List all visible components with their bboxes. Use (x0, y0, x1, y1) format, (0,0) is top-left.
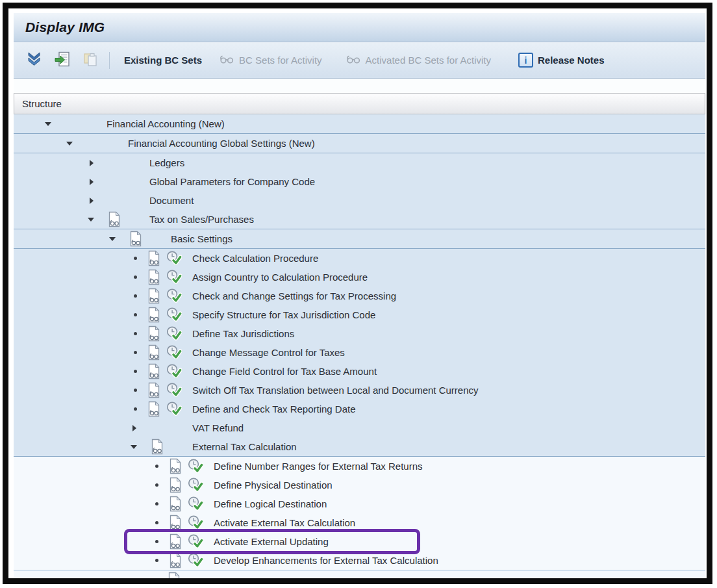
tree-item-label: External Tax Calculation (192, 441, 297, 452)
execute-activity-icon (166, 344, 182, 361)
activated-bc-sets-for-activity-button[interactable]: Activated BC Sets for Activity (342, 52, 495, 69)
release-notes-button[interactable]: i Release Notes (514, 50, 609, 70)
img-documentation-icon (147, 269, 160, 285)
execute-activity-icon (187, 496, 203, 512)
tree-row[interactable]: Define Physical Destination (14, 476, 705, 494)
img-documentation-icon (151, 439, 164, 455)
expand-subtree-button[interactable] (23, 49, 45, 71)
content-area: Structure Financial Accounting (New)Fina… (14, 79, 705, 578)
tree-row[interactable]: VAT Refund (14, 418, 705, 437)
img-tree: Financial Accounting (New)Financial Acco… (14, 114, 705, 578)
tree-row[interactable]: Assign Country to Calculation Procedure (14, 268, 705, 287)
collapse-arrow-icon[interactable] (108, 237, 123, 241)
bullet-icon (151, 465, 166, 468)
img-documentation-icon (169, 533, 182, 550)
collapse-arrow-icon[interactable] (86, 218, 102, 222)
img-documentation-icon (169, 515, 182, 531)
tree-row[interactable]: Basic Settings (14, 229, 705, 249)
execute-activity-icon (187, 458, 203, 474)
tree-item-label: Check and Change Settings for Tax Proces… (192, 290, 396, 301)
img-documentation-icon (147, 401, 160, 417)
img-documentation-icon (169, 458, 182, 474)
row-icons (123, 231, 171, 247)
tree-item-label: Activate External Tax Calculation (214, 517, 355, 528)
tree-item-label: Ledgers (149, 157, 184, 168)
expand-arrow-icon[interactable] (86, 198, 102, 204)
tree-item-label: Define and Check Tax Reporting Date (192, 403, 356, 415)
execute-activity-icon (166, 326, 182, 342)
copy-button[interactable] (79, 49, 101, 71)
glasses-icon (219, 55, 234, 66)
tree-row[interactable]: Ledgers (14, 153, 705, 172)
expand-arrow-icon[interactable] (86, 179, 102, 185)
tree-row[interactable]: Document (14, 191, 705, 210)
bullet-icon (129, 257, 145, 260)
tree-item-label: Check Calculation Procedure (192, 253, 318, 264)
tree-row[interactable]: Financial Accounting (New) (14, 114, 705, 134)
tree-row[interactable]: Define and Check Tax Reporting Date (14, 400, 705, 418)
structure-header: Structure (14, 93, 705, 114)
bullet-icon (151, 483, 166, 487)
img-documentation-icon (147, 382, 160, 398)
expand-arrow-icon[interactable] (86, 160, 102, 166)
execute-activity-icon (166, 307, 182, 323)
execute-activity-icon (187, 515, 203, 531)
tree-row[interactable]: Specify Structure for Tax Jurisdiction C… (14, 305, 705, 324)
row-icons (166, 552, 214, 569)
img-documentation-icon (147, 250, 160, 266)
tree-row[interactable]: Define Logical Destination (14, 494, 705, 513)
row-icons (166, 533, 214, 550)
bc-sets-for-activity-button[interactable]: BC Sets for Activity (215, 52, 326, 69)
tree-row[interactable]: Check Calculation Procedure (14, 249, 705, 268)
img-documentation-icon (169, 496, 182, 512)
tree-item-label: Develop Enhancements for External Tax Ca… (214, 555, 438, 566)
img-documentation-icon (168, 572, 181, 578)
tree-item-label: Define Tax Jurisdictions (192, 328, 294, 339)
tree-row[interactable]: Check and Change Settings for Tax Proces… (14, 287, 705, 305)
bullet-icon (129, 407, 145, 411)
tree-row[interactable]: Activate External Updating (14, 532, 705, 551)
execute-activity-icon (166, 269, 182, 285)
tree-item-label: Change Field Control for Tax Base Amount (192, 366, 377, 377)
collapse-arrow-icon[interactable] (129, 445, 145, 449)
tree-row[interactable]: Define Tax Jurisdictions (14, 324, 705, 343)
page-title: Display IMG (25, 19, 105, 35)
tree-row[interactable]: Change Message Control for Taxes (14, 343, 705, 362)
row-icons (145, 288, 192, 304)
execute-activity-icon (166, 363, 182, 379)
bullet-icon (129, 389, 145, 392)
img-documentation-icon (147, 307, 160, 323)
tree-row[interactable]: Global Parameters for Company Code (14, 172, 705, 191)
execute-activity-icon (166, 250, 182, 266)
info-icon: i (518, 53, 533, 68)
existing-bc-sets-button[interactable]: Existing BC Sets (120, 52, 206, 68)
tree-row[interactable]: Change Field Control for Tax Base Amount (14, 362, 705, 381)
tree-row[interactable]: Tax on Sales/Purchases (14, 210, 705, 229)
execute-activity-icon (166, 382, 182, 398)
tree-row[interactable]: Switch Off Tax Translation between Local… (14, 381, 705, 400)
tree-item-label: Global Parameters for Company Code (149, 176, 315, 187)
img-documentation-icon (147, 288, 160, 304)
bullet-icon (129, 294, 145, 298)
copy-icon (83, 51, 97, 69)
bullet-icon (129, 275, 145, 279)
position-button[interactable] (51, 49, 74, 71)
collapse-arrow-icon[interactable] (44, 122, 59, 126)
expand-arrow-icon[interactable] (129, 425, 145, 431)
position-document-icon (55, 51, 70, 69)
row-icons (145, 382, 192, 398)
row-icons (166, 496, 214, 512)
row-icons (166, 458, 214, 474)
toolbar: Existing BC Sets BC Sets for Activity (14, 42, 705, 79)
tree-row[interactable]: Activate External Tax Calculation (14, 513, 705, 532)
button-label: BC Sets for Activity (239, 55, 322, 66)
tree-row[interactable]: External Tax Calculation (14, 437, 705, 457)
row-icons (145, 401, 192, 417)
tree-row[interactable]: Financial Accounting Global Settings (Ne… (14, 134, 705, 153)
tree-row[interactable]: Develop Enhancements for External Tax Ca… (14, 551, 705, 570)
collapse-arrow-icon[interactable] (65, 142, 81, 146)
bullet-icon (151, 540, 166, 543)
tree-row[interactable]: Define Number Ranges for External Tax Re… (14, 457, 705, 476)
tree-item-label: Define Number Ranges for External Tax Re… (214, 461, 423, 472)
bullet-icon (151, 502, 166, 505)
